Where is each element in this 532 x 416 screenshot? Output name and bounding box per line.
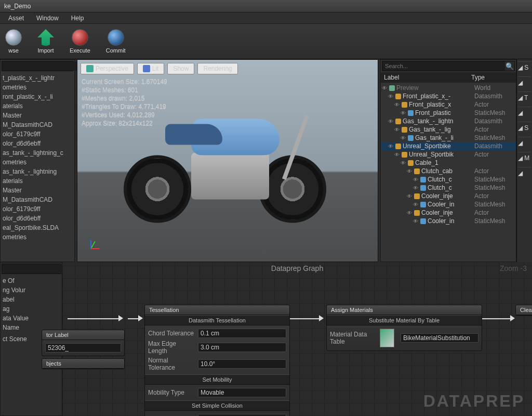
node-header[interactable]: Tessellation [145,305,289,315]
node-header[interactable]: tor Label [42,330,124,340]
visibility-icon[interactable]: 👁 [407,210,414,216]
visibility-icon[interactable]: 👁 [382,85,389,91]
filter-row[interactable]: ata Value [1,314,62,323]
visibility-icon[interactable]: 👁 [394,127,402,133]
filter-row[interactable]: ng Volur [1,285,62,295]
material-table-select[interactable]: BikeMaterialSubstitution [401,333,478,343]
node-cleanup[interactable]: Cleanup [515,305,532,316]
filter-row[interactable]: e Of [1,276,62,285]
lit-button[interactable]: Lit [137,63,165,74]
shape-type-select[interactable]: NDOP26 [198,414,286,416]
normal-tol-input[interactable]: 10.0° [198,359,286,369]
tree-row[interactable]: ront_plastic_x_-_li [1,92,74,101]
node-actor-label[interactable]: tor Label 52306_ [42,330,125,356]
visibility-icon[interactable]: 👁 [388,119,395,124]
tree-row[interactable]: t_plastic_x_-_lightr [1,73,74,83]
visibility-icon[interactable]: 👁 [407,168,414,174]
outliner-search[interactable]: 🔍 [382,61,515,71]
node-header[interactable]: Assign Materials [327,305,482,315]
mobility-select[interactable]: Movable [198,388,286,397]
detail-section[interactable]: ◢ [518,167,531,177]
node-assign-materials[interactable]: Assign Materials Substitute Material By … [326,305,482,351]
tree-row[interactable]: M_DatasmithCAD [1,120,74,129]
filter-search[interactable]: 🔍 [2,264,61,274]
rendering-button[interactable]: Rendering [197,63,237,74]
node-header[interactable]: Cleanup [516,305,532,315]
asset-tree[interactable]: t_plastic_x_-_lightrometriesront_plastic… [1,72,74,262]
commit-button[interactable]: Commit [103,27,129,56]
execute-button[interactable]: Execute [66,27,94,56]
tree-row[interactable]: Master [1,186,74,195]
menu-asset[interactable]: Asset [2,14,30,23]
visibility-icon[interactable]: 👁 [388,94,395,99]
tree-row[interactable]: Master [1,111,74,120]
outliner-row[interactable]: 👁Clutch_cStaticMesh [381,175,516,184]
tree-row[interactable]: olor_d6d6ebff [1,214,74,223]
outliner-row[interactable]: 👁PreviewWorld [381,84,516,92]
outliner-rows[interactable]: 👁PreviewWorld👁Front_plastic_x_-Datasmith… [381,83,516,262]
label-value[interactable]: 52306_ [45,343,121,353]
max-edge-input[interactable]: 3.0 cm [198,343,286,352]
outliner-row[interactable]: 👁Front_plastic_x_-Datasmith [381,92,516,100]
detail-section[interactable]: ◢ [518,76,531,86]
asset-search-input[interactable] [2,61,79,71]
detail-section[interactable]: ◢ [518,137,531,147]
tree-row[interactable]: as_tank_-_lightning [1,167,74,176]
chord-tolerance-input[interactable]: 0.1 cm [198,329,286,338]
visibility-icon[interactable]: 👁 [413,185,420,191]
visibility-icon[interactable]: 👁 [388,144,395,149]
node-tessellation[interactable]: Tessellation Datasmith Tessellation Chor… [144,305,290,416]
tree-row[interactable]: olor_6179c9ff [1,129,74,139]
detail-section[interactable]: ◢ T [518,92,531,101]
viewport[interactable]: Perspective Lit Show Rendering Current S… [77,59,378,262]
outliner-row[interactable]: 👁Front_plasticStaticMesh [381,109,516,117]
import-button[interactable]: Import [34,27,57,56]
tree-row[interactable]: aterials [1,101,74,111]
tree-row[interactable]: as_tank_-_lightning_c [1,148,74,158]
outliner-row[interactable]: 👁Clutch_cStaticMesh [381,184,516,192]
col-type[interactable]: Type [471,74,513,81]
dataprep-graph[interactable]: Dataprep Graph Zoom -3 DATAPREP tor Labe… [62,262,532,416]
tree-row[interactable]: ometries [1,158,74,167]
visibility-icon[interactable]: 👁 [407,193,414,199]
outliner-row[interactable]: 👁Cooler_inStaticMesh [381,217,516,225]
perspective-button[interactable]: Perspective [81,63,134,74]
asset-search[interactable]: 🔍 [2,61,73,71]
outliner-row[interactable]: 👁Front_plastic_xActor [381,100,516,109]
tree-row[interactable]: aterials [1,176,74,186]
node-header[interactable]: bjects [42,359,124,369]
tree-row[interactable]: olor_6179c9ff [1,204,74,214]
outliner-row[interactable]: 👁Gas_tank_-_lightnDatasmith [381,117,516,125]
menu-help[interactable]: Help [65,14,90,23]
outliner-row[interactable]: 👁Unreal_SportbikActor [381,150,516,159]
visibility-icon[interactable]: 👁 [394,102,402,108]
visibility-icon[interactable]: 👁 [413,177,420,183]
node-objects[interactable]: bjects [42,358,125,369]
filter-row[interactable]: ag [1,304,62,314]
visibility-icon[interactable]: 👁 [413,202,420,207]
detail-section[interactable]: ◢ S [518,122,531,132]
tree-row[interactable]: ometries [1,83,74,92]
outliner-header[interactable]: Label Type [381,72,516,83]
col-label[interactable]: Label [384,74,471,81]
visibility-icon[interactable]: 👁 [401,135,408,141]
tree-row[interactable]: olor_d6d6ebff [1,139,74,148]
tree-row[interactable]: ometries [1,232,74,242]
detail-section[interactable]: ◢ M [518,152,531,162]
visibility-icon[interactable]: 👁 [401,160,408,166]
tree-row[interactable]: eal_Sportbike.SLDA [1,223,74,232]
show-button[interactable]: Show [167,63,194,74]
menu-window[interactable]: Window [30,14,65,23]
browse-button[interactable]: wse [2,27,25,56]
outliner-search-input[interactable] [382,61,505,71]
outliner-row[interactable]: 👁Gas_tank_-_ligActor [381,125,516,134]
outliner-row[interactable]: 👁Unreal_SportbikeDatasmith [381,142,516,150]
outliner-row[interactable]: 👁Cooler_inStaticMesh [381,200,516,209]
outliner-row[interactable]: 👁Cooler_injeActor [381,209,516,217]
tree-row[interactable]: M_DatasmithCAD [1,195,74,204]
outliner-row[interactable]: 👁Cooler_injeActor [381,192,516,200]
detail-section[interactable]: ◢ S [518,61,531,71]
filter-row[interactable]: abel [1,295,62,304]
visibility-icon[interactable]: 👁 [394,152,402,158]
outliner-row[interactable]: 👁Clutch_cabActor [381,167,516,175]
